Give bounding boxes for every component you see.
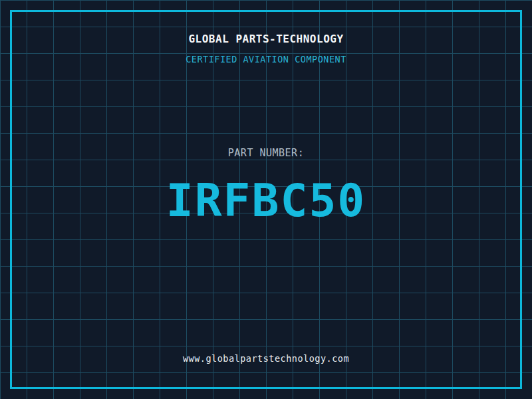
part-number-label: PART NUMBER: bbox=[0, 147, 532, 159]
brand-title: GLOBAL PARTS-TECHNOLOGY bbox=[0, 33, 532, 45]
parts-label-page: { "header": { "title": "GLOBAL PARTS-TEC… bbox=[0, 0, 532, 399]
part-number-value: IRFBC50 bbox=[0, 174, 532, 227]
brand-subtitle: CERTIFIED AVIATION COMPONENT bbox=[0, 54, 532, 65]
website-url: www.globalpartstechnology.com bbox=[0, 353, 532, 364]
